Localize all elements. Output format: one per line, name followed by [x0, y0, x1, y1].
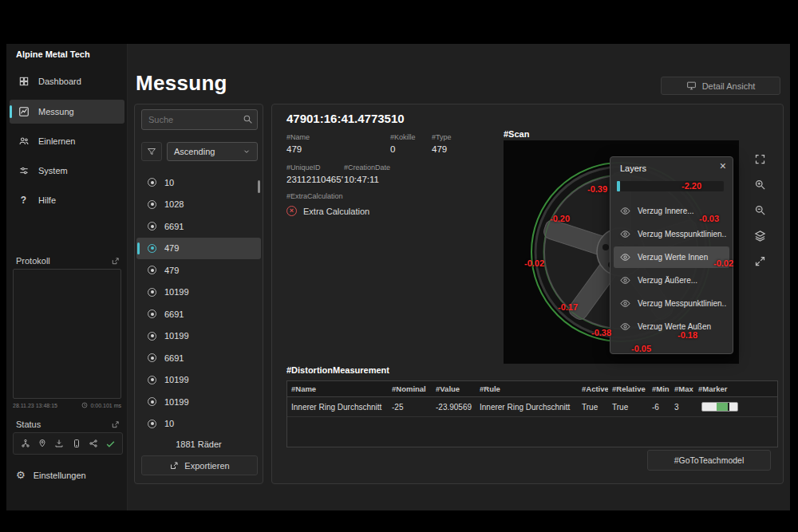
- external-link-icon[interactable]: [111, 257, 120, 266]
- cell-value: -23.90569: [432, 403, 476, 412]
- eye-icon[interactable]: [620, 206, 630, 216]
- goto-teachmodel-label: #GoToTeachmodel: [674, 455, 745, 465]
- download-icon[interactable]: [53, 438, 65, 449]
- cell-name: Innerer Ring Durchschnitt: [287, 403, 388, 412]
- radio-icon: [148, 376, 156, 384]
- protokoll-log-area[interactable]: [13, 269, 121, 399]
- log-timestamp: 28.11.23 13:48:15: [13, 403, 57, 408]
- eye-icon[interactable]: [620, 275, 630, 286]
- settings-button[interactable]: ⚙ Einstellungen: [16, 470, 86, 480]
- system-sliders-icon: [18, 165, 30, 177]
- list-item[interactable]: 6691: [136, 215, 261, 238]
- radio-icon: [148, 420, 156, 428]
- external-link-icon[interactable]: [111, 420, 120, 429]
- list-item-label: 10: [164, 419, 174, 428]
- detail-view-button[interactable]: Detail Ansicht: [661, 77, 780, 95]
- sidebar-item-dashboard[interactable]: Dashboard: [10, 69, 124, 93]
- sidebar-item-einlernen[interactable]: Einlernen: [10, 129, 124, 153]
- marker-ok-range: [717, 403, 727, 411]
- list-item[interactable]: 1028: [136, 194, 261, 216]
- eye-icon[interactable]: [620, 229, 630, 239]
- layer-label: Verzug Innere...: [638, 207, 694, 215]
- search-icon: [243, 114, 253, 124]
- column-header[interactable]: #Rule: [476, 384, 578, 393]
- list-item-selected[interactable]: 479: [136, 238, 261, 260]
- radio-icon: [148, 397, 156, 406]
- scan-annotation: -2.20: [681, 181, 701, 191]
- layer-item[interactable]: Verzug Äußere...: [614, 270, 729, 291]
- status-icon-bar: [13, 432, 123, 455]
- scan-annotation: -0.02: [713, 258, 733, 268]
- detail-view-label: Detail Ansicht: [702, 81, 756, 91]
- search-input[interactable]: [141, 109, 258, 130]
- layers-opacity-slider[interactable]: [617, 181, 724, 191]
- close-icon[interactable]: ×: [720, 160, 726, 172]
- zoom-out-button[interactable]: [751, 200, 768, 219]
- range-marker-widget: [701, 402, 738, 412]
- list-item-label: 479: [164, 266, 179, 275]
- eye-icon[interactable]: [620, 252, 630, 262]
- sidebar-item-messung[interactable]: Messung: [10, 100, 124, 124]
- slider-handle[interactable]: [617, 181, 620, 191]
- sidebar-item-label: Messung: [38, 107, 74, 116]
- table-row[interactable]: Innerer Ring Durchschnitt -25 -23.90569 …: [287, 397, 777, 417]
- column-header[interactable]: #Nominal: [388, 384, 432, 393]
- layers-button[interactable]: [751, 226, 768, 245]
- check-icon[interactable]: [105, 438, 116, 449]
- list-item[interactable]: 10199: [136, 369, 261, 392]
- list-item-label: 6691: [164, 222, 184, 231]
- scan-annotation: -0.20: [550, 214, 570, 223]
- export-button[interactable]: Exportieren: [141, 455, 258, 475]
- list-item[interactable]: 10: [136, 171, 261, 194]
- layer-item[interactable]: Verzug Werte Außen: [614, 316, 729, 337]
- location-pin-icon[interactable]: [37, 438, 48, 449]
- resize-button[interactable]: [751, 251, 768, 270]
- list-scrollbar-thumb[interactable]: [258, 180, 260, 193]
- sidebar-item-hilfe[interactable]: ? Hilfe: [10, 188, 124, 212]
- list-item[interactable]: 6691: [136, 303, 261, 325]
- list-item[interactable]: 10: [136, 413, 261, 435]
- workflow-icon[interactable]: [20, 438, 31, 449]
- column-header[interactable]: #Value: [432, 384, 476, 393]
- layer-item-highlighted[interactable]: Verzug Werte Innen: [614, 246, 729, 268]
- page-title: Messung: [136, 71, 227, 96]
- cell-nominal: -25: [388, 403, 432, 412]
- layer-item[interactable]: Verzug Messpunktlinien..: [614, 293, 729, 314]
- radio-icon: [148, 266, 156, 274]
- eye-icon[interactable]: [620, 321, 630, 332]
- column-header[interactable]: #Relative: [608, 384, 648, 393]
- sidebar-item-label: System: [38, 166, 68, 175]
- field-unique-id: #UniqueID 23112110465': [286, 164, 343, 184]
- list-item[interactable]: 10199: [136, 391, 261, 413]
- network-icon[interactable]: [88, 438, 99, 449]
- wheel-count-label: 1881 Räder: [135, 439, 263, 449]
- scan-annotation: -0.02: [524, 258, 544, 268]
- device-icon[interactable]: [71, 438, 82, 449]
- column-header[interactable]: #Max: [670, 384, 694, 393]
- column-header[interactable]: #Name: [287, 384, 388, 393]
- column-header[interactable]: #Active: [578, 384, 608, 393]
- goto-teachmodel-button[interactable]: #GoToTeachmodel: [647, 450, 771, 471]
- radio-icon: [148, 222, 156, 231]
- export-icon: [169, 461, 179, 471]
- list-item[interactable]: 479: [136, 259, 261, 282]
- column-header[interactable]: #Marker: [694, 384, 777, 393]
- main-area: Messung Detail Ansicht Ascending: [128, 44, 790, 510]
- fullscreen-button[interactable]: [751, 149, 768, 168]
- column-header[interactable]: #Min: [648, 384, 670, 393]
- list-item[interactable]: 10199: [136, 282, 261, 304]
- list-item-label: 10199: [164, 331, 189, 341]
- layers-panel-title: Layers: [620, 164, 646, 173]
- layer-label: Verzug Werte Innen: [638, 253, 708, 262]
- filter-button[interactable]: [141, 142, 162, 161]
- sort-order-dropdown[interactable]: Ascending: [167, 142, 258, 161]
- layer-label: Verzug Messpunktlinien..: [638, 299, 726, 308]
- protokoll-label: Protokoll: [16, 256, 50, 266]
- layer-item[interactable]: Verzug Messpunktlinien..: [614, 223, 729, 245]
- list-item[interactable]: 10199: [136, 325, 261, 348]
- zoom-in-button[interactable]: [751, 175, 768, 194]
- error-circle-x-icon: ×: [286, 206, 297, 216]
- sidebar-item-system[interactable]: System: [10, 159, 124, 183]
- eye-icon[interactable]: [620, 298, 630, 309]
- list-item[interactable]: 6691: [136, 347, 261, 369]
